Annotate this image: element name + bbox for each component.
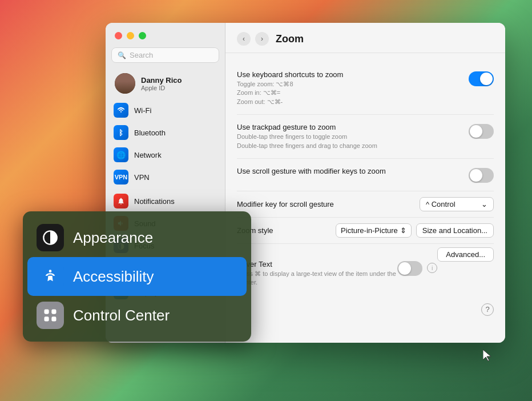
overlay-label-accessibility: Accessibility <box>73 268 154 286</box>
sidebar-label-bluetooth: Bluetooth <box>134 129 166 137</box>
scroll-gesture-toggle[interactable] <box>469 168 494 183</box>
main-content: ‹ › Zoom Use keyboard shortcuts to zoom … <box>225 23 505 343</box>
modifier-key-row: Modifier key for scroll gesture ^ Contro… <box>237 191 494 218</box>
page-title: Zoom <box>276 33 304 45</box>
vpn-icon: VPN <box>114 170 128 185</box>
hover-text-desc: Press ⌘ to display a large-text view of … <box>237 270 397 287</box>
overlay-label-control-center: Control Center <box>73 307 170 324</box>
svg-rect-2 <box>45 310 49 314</box>
keyboard-shortcuts-toggle[interactable] <box>469 71 494 86</box>
hover-text-info-button[interactable]: i <box>427 263 437 273</box>
help-button[interactable]: ? <box>481 303 494 316</box>
close-button[interactable] <box>115 32 122 39</box>
sidebar-label-notifications: Notifications <box>134 197 175 206</box>
svg-point-1 <box>49 270 52 272</box>
sidebar-item-notifications[interactable]: Notifications <box>108 190 223 212</box>
back-button[interactable]: ‹ <box>237 32 251 46</box>
trackpad-gesture-row: Use trackpad gesture to zoom Double-tap … <box>237 115 494 159</box>
user-profile[interactable]: Danny Rico Apple ID <box>108 69 223 98</box>
advanced-row: Advanced... <box>237 244 494 253</box>
user-sub: Apple ID <box>141 85 182 91</box>
hover-text-title: Hover Text <box>237 260 397 268</box>
zoom-style-dropdown[interactable]: Picture-in-Picture ⇕ <box>336 223 412 238</box>
user-info: Danny Rico Apple ID <box>141 76 182 91</box>
maximize-button[interactable] <box>139 32 146 39</box>
bluetooth-icon: ᛒ <box>114 125 128 140</box>
trackpad-gesture-toggle[interactable] <box>469 124 494 139</box>
modifier-key-label: Modifier key for scroll gesture <box>237 200 334 208</box>
search-icon: 🔍 <box>118 51 126 59</box>
control-center-overlay-icon <box>37 302 64 329</box>
sidebar-item-bluetooth[interactable]: ᛒ Bluetooth <box>108 122 223 143</box>
minimize-button[interactable] <box>127 32 134 39</box>
overlay-label-appearance: Appearance <box>73 229 153 247</box>
keyboard-shortcuts-desc: Toggle zoom: ⌥⌘8Zoom in: ⌥⌘=Zoom out: ⌥⌘… <box>237 80 460 106</box>
keyboard-shortcuts-row: Use keyboard shortcuts to zoom Toggle zo… <box>237 62 494 115</box>
overlay-item-control-center[interactable]: Control Center <box>27 296 247 335</box>
sidebar-label-vpn: VPN <box>134 173 150 182</box>
keyboard-shortcuts-title: Use keyboard shortcuts to zoom <box>237 70 460 79</box>
advanced-button[interactable]: Advanced... <box>437 247 494 262</box>
hover-text-controls: i <box>397 260 437 276</box>
svg-rect-3 <box>51 310 56 314</box>
sidebar-item-wifi[interactable]: Wi-Fi <box>108 99 223 121</box>
sidebar-section-connectivity: Wi-Fi ᛒ Bluetooth 🌐 Network VPN VPN <box>106 99 225 188</box>
sidebar-item-network[interactable]: 🌐 Network <box>108 144 223 166</box>
zoom-style-controls: Picture-in-Picture ⇕ Size and Location..… <box>336 223 494 238</box>
overlay-item-accessibility[interactable]: Accessibility <box>27 257 247 296</box>
zoom-style-arrows: ⇕ <box>400 226 406 235</box>
hover-text-label: Hover Text Press ⌘ to display a large-te… <box>237 260 397 287</box>
avatar <box>115 73 135 94</box>
size-location-button[interactable]: Size and Location... <box>416 223 494 238</box>
search-bar[interactable]: 🔍 Search <box>111 47 219 63</box>
notifications-icon <box>114 194 128 208</box>
trackpad-gesture-label: Use trackpad gesture to zoom Double-tap … <box>237 123 460 150</box>
sidebar-zoom-overlay: Appearance Accessibility Control Center <box>23 211 251 342</box>
sidebar-item-vpn[interactable]: VPN VPN <box>108 166 223 188</box>
scroll-gesture-row: Use scroll gesture with modifier keys to… <box>237 159 494 191</box>
forward-button[interactable]: › <box>255 32 269 46</box>
network-icon: 🌐 <box>114 147 128 162</box>
svg-rect-4 <box>45 316 49 321</box>
zoom-style-value: Picture-in-Picture <box>341 226 398 235</box>
hover-text-toggle[interactable] <box>397 261 422 276</box>
content-scroll: Use keyboard shortcuts to zoom Toggle zo… <box>225 53 505 343</box>
content-header: ‹ › Zoom <box>225 23 505 53</box>
trackpad-gesture-title: Use trackpad gesture to zoom <box>237 123 460 131</box>
search-placeholder: Search <box>130 51 153 59</box>
zoom-style-row: Zoom style Picture-in-Picture ⇕ Size and… <box>237 218 494 244</box>
scroll-gesture-title: Use scroll gesture with modifier keys to… <box>237 167 460 175</box>
appearance-overlay-icon <box>37 224 64 251</box>
window-controls <box>106 23 225 45</box>
sidebar-label-wifi: Wi-Fi <box>134 106 151 115</box>
help-row: ? <box>237 294 494 316</box>
hover-text-row: Hover Text Press ⌘ to display a large-te… <box>237 253 437 294</box>
sidebar-label-network: Network <box>134 151 162 159</box>
accessibility-overlay-icon <box>37 263 64 290</box>
overlay-item-appearance[interactable]: Appearance <box>27 218 247 257</box>
modifier-key-value: ^ Control <box>426 200 456 208</box>
modifier-key-chevron: ⌄ <box>481 200 487 208</box>
user-name: Danny Rico <box>141 76 182 85</box>
keyboard-shortcuts-label: Use keyboard shortcuts to zoom Toggle zo… <box>237 70 460 106</box>
wifi-icon <box>114 103 128 118</box>
scroll-gesture-label: Use scroll gesture with modifier keys to… <box>237 167 460 175</box>
modifier-key-dropdown[interactable]: ^ Control ⌄ <box>420 197 494 211</box>
trackpad-gesture-desc: Double-tap three fingers to toggle zoomD… <box>237 133 460 150</box>
svg-rect-5 <box>51 316 56 321</box>
